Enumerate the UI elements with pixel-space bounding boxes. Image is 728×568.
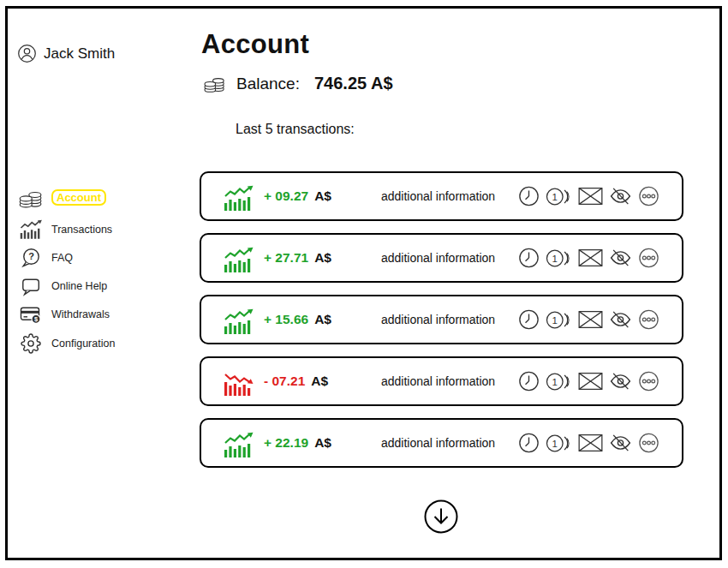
clock-icon[interactable]	[518, 248, 540, 269]
transaction-currency: A$	[314, 312, 331, 327]
gear-icon	[18, 333, 44, 354]
transaction-row[interactable]: + 27.71A$ additional information 1	[200, 233, 683, 283]
balance-label: Balance:	[236, 75, 300, 93]
ellipsis-icon[interactable]	[638, 371, 659, 392]
eye-off-icon[interactable]	[609, 186, 632, 207]
transaction-amount: + 22.19	[264, 435, 308, 451]
ellipsis-icon[interactable]	[638, 186, 659, 207]
trend-up-chart-icon	[224, 247, 254, 272]
clock-icon[interactable]	[518, 371, 540, 392]
transaction-amount: + 15.66	[264, 312, 308, 327]
transaction-currency: A$	[314, 250, 331, 266]
transactions-list: + 09.27A$ additional information 1 + 27.…	[200, 171, 683, 468]
transaction-row[interactable]: + 15.66A$ additional information 1	[200, 295, 683, 344]
transaction-amount: + 09.27	[264, 188, 308, 204]
ellipsis-icon[interactable]	[638, 309, 659, 331]
sidebar-item-label: Account	[51, 189, 106, 206]
svg-text:1: 1	[552, 314, 558, 325]
transaction-actions: 1	[518, 186, 659, 207]
sidebar-item-transactions[interactable]: Transactions	[18, 218, 112, 241]
envelope-icon[interactable]	[578, 310, 603, 330]
svg-text:1: 1	[552, 253, 558, 263]
ellipsis-icon[interactable]	[638, 433, 659, 454]
svg-text:?: ?	[28, 251, 34, 261]
transaction-info: additional information	[381, 436, 495, 450]
svg-text:1: 1	[552, 191, 558, 201]
transaction-info: additional information	[381, 313, 495, 326]
clock-icon[interactable]	[518, 309, 540, 331]
clock-icon[interactable]	[518, 433, 540, 454]
transaction-row[interactable]: + 22.19A$ additional information 1	[200, 418, 683, 468]
eye-off-icon[interactable]	[609, 248, 632, 269]
sidebar-item-label: Configuration	[51, 338, 115, 350]
clock-icon[interactable]	[518, 186, 540, 207]
transaction-actions: 1	[518, 309, 659, 331]
sidebar-item-label: Online Help	[51, 280, 107, 292]
balance-value: 746.25 A$	[314, 74, 393, 93]
balance-row: Balance: 746.25 A$	[203, 74, 393, 93]
sidebar-item-online-help[interactable]: Online Help	[18, 274, 107, 297]
sidebar-item-withdrawals[interactable]: $ Withdrawals	[18, 302, 110, 326]
card-dollar-icon: $	[18, 304, 44, 325]
transaction-actions: 1	[518, 433, 659, 454]
transaction-amount: + 27.71	[264, 250, 308, 266]
transaction-row[interactable]: + 09.27A$ additional information 1	[200, 171, 683, 221]
transaction-actions: 1	[518, 371, 659, 392]
sidebar-item-account[interactable]: Account	[18, 186, 106, 209]
coin-one-icon[interactable]: 1	[546, 433, 572, 453]
question-bubble-icon: ?	[18, 248, 44, 268]
trend-up-chart-icon	[18, 219, 44, 239]
envelope-icon[interactable]	[578, 187, 603, 206]
svg-text:1: 1	[552, 376, 558, 386]
transactions-heading: Last 5 transactions:	[236, 122, 355, 137]
sidebar-item-label: Transactions	[51, 224, 112, 236]
trend-down-chart-icon	[224, 370, 254, 396]
envelope-icon[interactable]	[578, 433, 603, 453]
trend-up-chart-icon	[224, 185, 254, 211]
trend-up-chart-icon	[224, 432, 254, 457]
chat-bubble-icon	[18, 276, 44, 296]
user-name: Jack Smith	[44, 45, 115, 63]
user-profile[interactable]: Jack Smith	[17, 44, 115, 63]
transaction-row[interactable]: - 07.21A$ additional information 1	[200, 356, 683, 406]
transaction-currency: A$	[314, 435, 331, 451]
person-icon	[17, 44, 37, 63]
ellipsis-icon[interactable]	[638, 248, 659, 269]
transaction-amount: - 07.21	[264, 374, 305, 389]
transaction-currency: A$	[311, 374, 328, 389]
envelope-icon[interactable]	[578, 372, 603, 392]
coins-icon	[203, 74, 226, 93]
coin-one-icon[interactable]: 1	[546, 186, 572, 206]
transaction-info: additional information	[381, 251, 495, 265]
transaction-info: additional information	[381, 189, 495, 203]
trend-up-chart-icon	[224, 308, 254, 334]
sidebar-item-configuration[interactable]: Configuration	[18, 332, 115, 355]
svg-text:1: 1	[552, 438, 558, 448]
coins-icon	[18, 187, 44, 209]
page-title: Account	[201, 29, 309, 60]
arrow-down-circle-icon	[423, 499, 459, 535]
sidebar-item-label: Withdrawals	[51, 308, 110, 320]
transaction-info: additional information	[381, 374, 495, 388]
sidebar-item-label: FAQ	[51, 252, 73, 264]
eye-off-icon[interactable]	[609, 371, 632, 392]
envelope-icon[interactable]	[578, 248, 603, 268]
scroll-down-button[interactable]	[423, 499, 459, 535]
transaction-currency: A$	[314, 188, 331, 204]
coin-one-icon[interactable]: 1	[546, 309, 572, 330]
eye-off-icon[interactable]	[609, 309, 632, 331]
eye-off-icon[interactable]	[609, 433, 632, 454]
sidebar-item-faq[interactable]: ? FAQ	[18, 246, 73, 269]
coin-one-icon[interactable]: 1	[546, 371, 572, 392]
coin-one-icon[interactable]: 1	[546, 248, 572, 268]
transaction-actions: 1	[518, 248, 659, 269]
